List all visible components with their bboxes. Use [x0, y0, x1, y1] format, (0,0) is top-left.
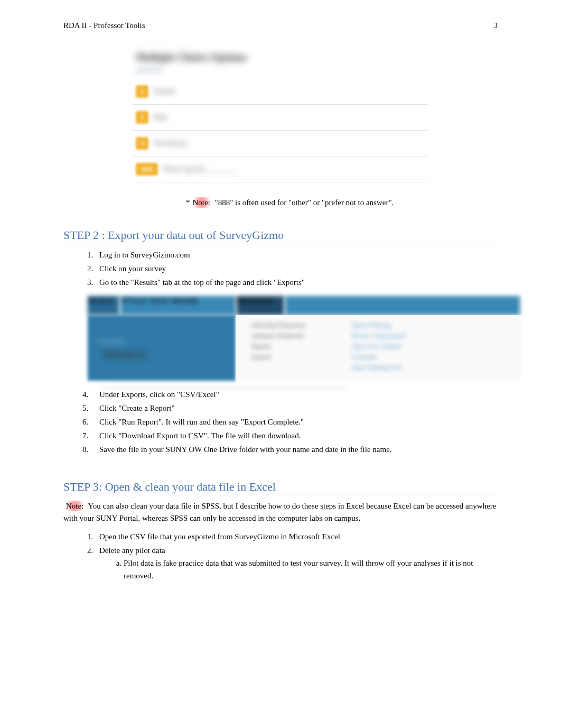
list-item: Click "Run Report". It will run and then… — [95, 416, 498, 428]
option-num-badge: 3 — [136, 137, 148, 150]
list-item: Log in to SurveyGizmo.com — [95, 248, 498, 261]
option-num-badge: 1 — [136, 85, 148, 98]
step3-sublist: Pilot data is fake practice data that wa… — [124, 557, 498, 582]
header-left: RDA II - Professor Toolis — [63, 21, 145, 30]
figure-multiple-choice: Multiple Choice Options OPTIONS 1 Female… — [133, 46, 428, 188]
sb-col2-c: Open Text Analysis — [352, 343, 401, 351]
option-row: 1 Female — [133, 79, 428, 105]
option-num-badge: 888 — [136, 163, 158, 176]
list-item: Click "Create a Report" — [95, 402, 498, 414]
option-label: Man — [154, 113, 167, 122]
option-label: Female — [154, 87, 175, 96]
note-text: "888" is often used for "other" or "pref… — [213, 198, 394, 207]
step3-list: Open the CSV file that you exported from… — [95, 530, 498, 582]
list-item: Click "Download Export to CSV". The file… — [95, 429, 498, 442]
list-item: Click on your survey — [95, 262, 498, 275]
sb-col1-a: Individual Responses — [251, 321, 306, 329]
note-prefix: * — [186, 198, 190, 207]
figure-title: Multiple Choice Options — [136, 51, 428, 63]
screenshot-chart-label: Histogram — [104, 349, 147, 360]
list-item-text: Delete any pilot data — [99, 546, 165, 555]
screenshot-footer-blur: ________________________________________… — [104, 382, 516, 388]
note-highlight: Note: — [190, 197, 213, 208]
step2-list: Log in to SurveyGizmo.com Click on your … — [95, 248, 498, 289]
sb-col1-d: Exports — [251, 353, 271, 361]
tab-results: RESULTS — [237, 296, 284, 315]
tab-rest — [285, 296, 520, 315]
option-label: Non-binary — [154, 139, 188, 148]
sb-col1-b: Summary Responses — [251, 332, 304, 340]
tab-middle: STYLE TEST SHARE — [120, 296, 236, 315]
option-row: 3 Non-binary — [133, 131, 428, 156]
step2-heading: STEP 2 : Export your data out of SurveyG… — [63, 228, 498, 242]
screenshot-exports: BUILD STYLE TEST SHARE RESULTS Overview … — [88, 296, 521, 381]
screenshot-left-pane: Overview — [88, 315, 236, 381]
option-num-badge: 2 — [136, 111, 148, 124]
sub-list-item: Pilot data is fake practice data that wa… — [124, 557, 498, 582]
left-overview: Overview — [98, 337, 125, 346]
list-item: Open the CSV file that you exported from… — [95, 530, 498, 543]
step3-heading: STEP 3: Open & clean your data file in E… — [63, 480, 498, 494]
screenshot-right-pane: Individual Responses Summary Responses R… — [236, 315, 521, 381]
sb-col1-c: Reports — [251, 343, 271, 351]
list-item: Under Exports, click on "CSV/Excel" — [95, 388, 498, 401]
list-item: Delete any pilot data Pilot data is fake… — [95, 544, 498, 582]
note-highlight: Note: — [63, 501, 86, 511]
sb-col2-b: Review Unprocessed — [352, 332, 406, 340]
sb-col2-a: Quick Filtering — [352, 321, 391, 329]
figure-subtitle: OPTIONS — [136, 67, 428, 75]
note-888: *Note: "888" is often used for "other" o… — [186, 198, 498, 207]
list-item: Save the file in your SUNY OW One Drive … — [95, 443, 498, 456]
option-row: 2 Man — [133, 105, 428, 131]
step3-note: Note: You can also clean your data file … — [63, 500, 498, 524]
option-label: Please specify ________ — [163, 165, 237, 173]
step2-list-cont: Under Exports, click on "CSV/Excel" Clic… — [95, 388, 498, 456]
sb-col2-e: Data Cleaning Tool — [352, 364, 401, 372]
note-text: You can also clean your data file in SPS… — [63, 502, 496, 522]
tab-build: BUILD — [88, 296, 119, 315]
list-item: Go to the "Results" tab at the top of th… — [95, 276, 498, 289]
page-number: 3 — [494, 21, 498, 30]
option-row: 888 Please specify ________ — [133, 156, 428, 182]
sb-col2-d: Crosstabs — [352, 353, 377, 361]
